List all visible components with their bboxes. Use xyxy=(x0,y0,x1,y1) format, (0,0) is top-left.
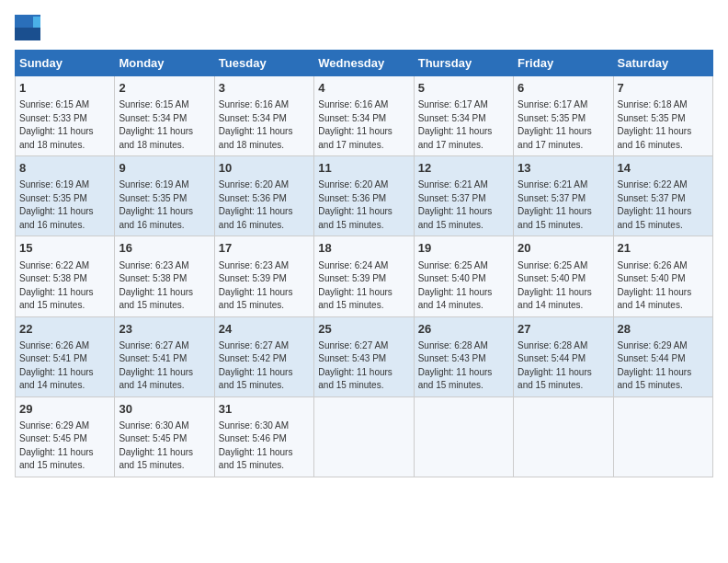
day-number: 4 xyxy=(318,80,409,97)
calendar-cell: 15Sunrise: 6:22 AMSunset: 5:38 PMDayligh… xyxy=(16,236,115,316)
calendar-cell: 31Sunrise: 6:30 AMSunset: 5:46 PMDayligh… xyxy=(214,396,313,477)
calendar-cell: 10Sunrise: 6:20 AMSunset: 5:36 PMDayligh… xyxy=(214,156,313,236)
col-header-friday: Friday xyxy=(514,51,613,76)
col-header-thursday: Thursday xyxy=(414,51,513,76)
calendar-cell: 28Sunrise: 6:29 AMSunset: 5:44 PMDayligh… xyxy=(613,316,712,396)
day-number: 24 xyxy=(219,321,310,338)
day-detail: Sunrise: 6:26 AMSunset: 5:41 PMDaylight:… xyxy=(19,339,110,393)
calendar-cell: 7Sunrise: 6:18 AMSunset: 5:35 PMDaylight… xyxy=(613,76,712,156)
calendar-cell: 18Sunrise: 6:24 AMSunset: 5:39 PMDayligh… xyxy=(314,236,414,316)
col-header-saturday: Saturday xyxy=(613,51,712,76)
day-detail: Sunrise: 6:21 AMSunset: 5:37 PMDaylight:… xyxy=(518,178,609,232)
day-detail: Sunrise: 6:23 AMSunset: 5:39 PMDaylight:… xyxy=(219,259,310,313)
day-number: 8 xyxy=(19,160,110,177)
day-number: 7 xyxy=(618,80,709,97)
day-detail: Sunrise: 6:29 AMSunset: 5:44 PMDaylight:… xyxy=(618,339,709,393)
day-detail: Sunrise: 6:19 AMSunset: 5:35 PMDaylight:… xyxy=(119,178,210,232)
col-header-sunday: Sunday xyxy=(16,51,115,76)
logo xyxy=(15,15,44,40)
day-number: 1 xyxy=(19,80,110,97)
day-detail: Sunrise: 6:27 AMSunset: 5:42 PMDaylight:… xyxy=(219,339,310,393)
day-detail: Sunrise: 6:21 AMSunset: 5:37 PMDaylight:… xyxy=(418,178,509,232)
day-detail: Sunrise: 6:25 AMSunset: 5:40 PMDaylight:… xyxy=(418,259,509,313)
calendar-cell: 24Sunrise: 6:27 AMSunset: 5:42 PMDayligh… xyxy=(214,316,313,396)
calendar-cell: 1Sunrise: 6:15 AMSunset: 5:33 PMDaylight… xyxy=(16,76,115,156)
calendar-cell: 20Sunrise: 6:25 AMSunset: 5:40 PMDayligh… xyxy=(514,236,613,316)
day-number: 13 xyxy=(518,160,609,177)
day-detail: Sunrise: 6:22 AMSunset: 5:38 PMDaylight:… xyxy=(19,259,110,313)
day-number: 10 xyxy=(219,160,310,177)
day-number: 11 xyxy=(318,160,409,177)
calendar-cell: 17Sunrise: 6:23 AMSunset: 5:39 PMDayligh… xyxy=(214,236,313,316)
svg-marker-2 xyxy=(33,17,40,28)
calendar-cell: 30Sunrise: 6:30 AMSunset: 5:45 PMDayligh… xyxy=(115,396,214,477)
calendar-cell: 29Sunrise: 6:29 AMSunset: 5:45 PMDayligh… xyxy=(16,396,115,477)
calendar-cell: 4Sunrise: 6:16 AMSunset: 5:34 PMDaylight… xyxy=(314,76,414,156)
calendar-cell: 8Sunrise: 6:19 AMSunset: 5:35 PMDaylight… xyxy=(16,156,115,236)
day-number: 17 xyxy=(219,240,310,257)
calendar-cell xyxy=(314,396,414,477)
day-detail: Sunrise: 6:28 AMSunset: 5:44 PMDaylight:… xyxy=(518,339,609,393)
calendar-cell xyxy=(414,396,513,477)
day-number: 26 xyxy=(418,321,509,338)
day-detail: Sunrise: 6:17 AMSunset: 5:35 PMDaylight:… xyxy=(518,98,609,152)
page-header xyxy=(15,15,713,40)
day-number: 23 xyxy=(119,321,210,338)
day-detail: Sunrise: 6:27 AMSunset: 5:43 PMDaylight:… xyxy=(318,339,409,393)
day-detail: Sunrise: 6:30 AMSunset: 5:46 PMDaylight:… xyxy=(219,419,310,473)
day-detail: Sunrise: 6:20 AMSunset: 5:36 PMDaylight:… xyxy=(318,178,409,232)
logo-icon xyxy=(15,15,40,40)
day-number: 6 xyxy=(518,80,609,97)
day-number: 15 xyxy=(19,240,110,257)
day-number: 5 xyxy=(418,80,509,97)
day-number: 12 xyxy=(418,160,509,177)
day-detail: Sunrise: 6:24 AMSunset: 5:39 PMDaylight:… xyxy=(318,259,409,313)
calendar-cell: 11Sunrise: 6:20 AMSunset: 5:36 PMDayligh… xyxy=(314,156,414,236)
day-number: 18 xyxy=(318,240,409,257)
calendar-table: SundayMondayTuesdayWednesdayThursdayFrid… xyxy=(15,50,713,477)
day-number: 16 xyxy=(119,240,210,257)
calendar-cell: 13Sunrise: 6:21 AMSunset: 5:37 PMDayligh… xyxy=(514,156,613,236)
calendar-cell: 25Sunrise: 6:27 AMSunset: 5:43 PMDayligh… xyxy=(314,316,414,396)
calendar-cell: 22Sunrise: 6:26 AMSunset: 5:41 PMDayligh… xyxy=(16,316,115,396)
calendar-cell: 3Sunrise: 6:16 AMSunset: 5:34 PMDaylight… xyxy=(214,76,313,156)
calendar-week-row: 29Sunrise: 6:29 AMSunset: 5:45 PMDayligh… xyxy=(16,396,713,477)
day-detail: Sunrise: 6:20 AMSunset: 5:36 PMDaylight:… xyxy=(219,178,310,232)
calendar-cell: 9Sunrise: 6:19 AMSunset: 5:35 PMDaylight… xyxy=(115,156,214,236)
day-detail: Sunrise: 6:30 AMSunset: 5:45 PMDaylight:… xyxy=(119,419,210,473)
day-detail: Sunrise: 6:18 AMSunset: 5:35 PMDaylight:… xyxy=(618,98,709,152)
calendar-week-row: 22Sunrise: 6:26 AMSunset: 5:41 PMDayligh… xyxy=(16,316,713,396)
calendar-cell: 14Sunrise: 6:22 AMSunset: 5:37 PMDayligh… xyxy=(613,156,712,236)
day-detail: Sunrise: 6:29 AMSunset: 5:45 PMDaylight:… xyxy=(19,419,110,473)
day-number: 2 xyxy=(119,80,210,97)
day-number: 28 xyxy=(618,321,709,338)
day-detail: Sunrise: 6:25 AMSunset: 5:40 PMDaylight:… xyxy=(518,259,609,313)
calendar-cell xyxy=(514,396,613,477)
calendar-header-row: SundayMondayTuesdayWednesdayThursdayFrid… xyxy=(16,51,713,76)
day-number: 30 xyxy=(119,401,210,418)
day-number: 3 xyxy=(219,80,310,97)
calendar-cell xyxy=(613,396,712,477)
day-detail: Sunrise: 6:28 AMSunset: 5:43 PMDaylight:… xyxy=(418,339,509,393)
day-detail: Sunrise: 6:23 AMSunset: 5:38 PMDaylight:… xyxy=(119,259,210,313)
calendar-week-row: 15Sunrise: 6:22 AMSunset: 5:38 PMDayligh… xyxy=(16,236,713,316)
day-detail: Sunrise: 6:22 AMSunset: 5:37 PMDaylight:… xyxy=(618,178,709,232)
calendar-cell: 5Sunrise: 6:17 AMSunset: 5:34 PMDaylight… xyxy=(414,76,513,156)
col-header-monday: Monday xyxy=(115,51,214,76)
calendar-cell: 2Sunrise: 6:15 AMSunset: 5:34 PMDaylight… xyxy=(115,76,214,156)
calendar-cell: 26Sunrise: 6:28 AMSunset: 5:43 PMDayligh… xyxy=(414,316,513,396)
day-number: 21 xyxy=(618,240,709,257)
calendar-cell: 19Sunrise: 6:25 AMSunset: 5:40 PMDayligh… xyxy=(414,236,513,316)
day-number: 29 xyxy=(19,401,110,418)
calendar-cell: 23Sunrise: 6:27 AMSunset: 5:41 PMDayligh… xyxy=(115,316,214,396)
calendar-cell: 16Sunrise: 6:23 AMSunset: 5:38 PMDayligh… xyxy=(115,236,214,316)
day-detail: Sunrise: 6:16 AMSunset: 5:34 PMDaylight:… xyxy=(219,98,310,152)
calendar-cell: 6Sunrise: 6:17 AMSunset: 5:35 PMDaylight… xyxy=(514,76,613,156)
col-header-tuesday: Tuesday xyxy=(214,51,313,76)
day-number: 25 xyxy=(318,321,409,338)
svg-rect-1 xyxy=(15,28,40,40)
calendar-week-row: 1Sunrise: 6:15 AMSunset: 5:33 PMDaylight… xyxy=(16,76,713,156)
day-number: 22 xyxy=(19,321,110,338)
col-header-wednesday: Wednesday xyxy=(314,51,414,76)
day-detail: Sunrise: 6:16 AMSunset: 5:34 PMDaylight:… xyxy=(318,98,409,152)
